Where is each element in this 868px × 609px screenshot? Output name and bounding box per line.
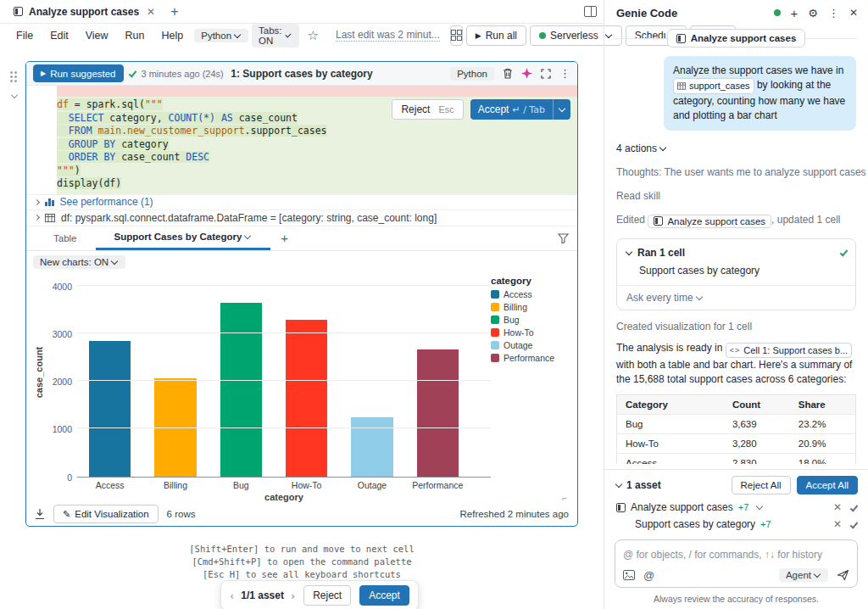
mention-icon[interactable]: @ [643, 569, 654, 582]
chat-input[interactable] [623, 549, 849, 561]
notebook-cell: 1: Support cases by category ▶Run sugges… [25, 61, 578, 527]
kebab-menu-icon[interactable]: ⋮ [828, 7, 839, 20]
code-line[interactable]: FROM main.new_customer_support.support_c… [57, 125, 577, 138]
reject-suggestion-button[interactable]: RejectEsc [392, 99, 463, 120]
accept-options-dropdown[interactable] [553, 99, 570, 120]
code-line[interactable]: """) [57, 165, 577, 178]
dataframe-result-row[interactable]: df: pyspark.sql.connect.dataframe.DataFr… [26, 210, 577, 226]
run-suggested-button[interactable]: ▶Run suggested [33, 64, 124, 82]
x-axis-title: category [77, 490, 491, 506]
tab-analyze-support-cases[interactable]: Analyze support cases ✕ [7, 0, 162, 23]
see-performance-row[interactable]: See performance (1) [26, 194, 577, 210]
close-panel-icon[interactable]: ✕ [849, 7, 858, 19]
download-icon[interactable] [35, 509, 45, 520]
menu-bar: File Edit View Run Help Python Tabs: ON … [0, 24, 604, 47]
legend-item-outage[interactable]: Outage [491, 339, 570, 352]
session-chip[interactable]: Analyze support cases [667, 29, 806, 47]
panel-toggle-icon[interactable] [584, 6, 597, 17]
cell-language-badge[interactable]: Python [450, 67, 494, 81]
reject-all-button[interactable]: Reject All [732, 476, 791, 494]
layout-grid-button[interactable] [450, 25, 463, 46]
prev-asset-button[interactable]: ‹ [230, 589, 234, 602]
bar-outage[interactable] [351, 417, 392, 476]
run-all-button[interactable]: ▶Run all [466, 25, 526, 46]
ask-every-time-dropdown[interactable]: Ask every time [617, 286, 855, 310]
reject-asset-icon[interactable]: ✕ [833, 501, 842, 513]
drag-handle-icon[interactable] [5, 71, 22, 82]
actions-toggle[interactable]: 4 actions [604, 142, 868, 154]
bar-band-how-to [274, 274, 339, 477]
read-skill-line[interactable]: Read skill [604, 190, 868, 202]
menu-view[interactable]: View [78, 27, 116, 44]
tabs-toggle[interactable]: Tabs: ON [252, 24, 299, 47]
edited-notebook-chip[interactable]: Analyze support cases [648, 215, 771, 228]
cell-reference-chip[interactable]: <>Cell 1: Support cases b... [726, 343, 852, 359]
tab-table[interactable]: Table [35, 226, 96, 250]
tab-support-cases-by-category[interactable]: Support Cases by Category [96, 226, 271, 250]
play-icon: ▶ [476, 31, 481, 40]
legend-item-billing[interactable]: Billing [491, 301, 570, 314]
chevron-down-icon [695, 293, 702, 299]
add-visualization-button[interactable]: + [270, 231, 298, 245]
menu-run[interactable]: Run [118, 27, 153, 44]
reject-asset-button[interactable]: Reject [303, 585, 351, 606]
thoughts-line[interactable]: Thoughts: The user wants me to analyze s… [604, 166, 868, 178]
bar-how-to[interactable] [286, 320, 327, 477]
legend-item-performance[interactable]: Performance [491, 352, 570, 365]
assistant-sparkle-icon[interactable] [521, 68, 532, 79]
menu-file[interactable]: File [8, 27, 41, 44]
y-tick-label: 2000 [53, 377, 72, 387]
accept-asset-button[interactable]: Accept [359, 585, 409, 606]
bar-performance[interactable] [417, 349, 459, 476]
genie-conversation: Analyze support cases Analyze the suppor… [604, 25, 868, 464]
code-editor[interactable]: df = spark.sql(""" SELECT category, COUN… [26, 86, 577, 194]
edit-visualization-button[interactable]: ✎Edit Visualization [53, 505, 159, 523]
tab-close-icon[interactable]: ✕ [147, 6, 155, 18]
trash-icon[interactable] [503, 68, 513, 79]
code-line[interactable]: GROUP BY category [57, 138, 577, 152]
asset-row[interactable]: Analyze support cases+7✕ [604, 499, 868, 516]
chevron-right-icon [34, 198, 40, 204]
code-line[interactable]: ORDER BY case_count DESC [57, 151, 577, 165]
summary-table-header: Count [724, 395, 790, 415]
accept-asset-icon[interactable] [850, 520, 859, 528]
new-chat-icon[interactable]: + [791, 6, 798, 20]
accept-suggestion-button[interactable]: Accept↵ / Tab [470, 99, 570, 120]
asset-row[interactable]: Support cases by category+7✕ [604, 516, 868, 533]
favorite-star-icon[interactable]: ☆ [301, 28, 326, 43]
accept-all-button[interactable]: Accept All [797, 476, 859, 494]
chevron-down-icon[interactable] [615, 481, 622, 488]
image-attach-icon[interactable] [623, 570, 635, 580]
x-axis-ticks: AccessBillingBugHow-ToOutagePerformance [77, 478, 470, 490]
menu-help[interactable]: Help [154, 27, 192, 44]
chevron-down-icon[interactable] [756, 503, 763, 510]
table-reference-chip[interactable]: support_cases [673, 78, 754, 94]
expand-icon[interactable] [541, 69, 551, 79]
result-footer: ✎Edit Visualization 6 rows Refreshed 2 m… [26, 503, 577, 526]
ran-cell-header[interactable]: Ran 1 cell [617, 239, 855, 260]
legend-item-access[interactable]: Access [491, 288, 570, 301]
gear-icon[interactable]: ⚙ [808, 7, 818, 20]
new-charts-toggle[interactable]: New charts: ON [33, 255, 125, 269]
menu-edit[interactable]: Edit [42, 27, 76, 44]
filter-funnel-icon[interactable] [558, 233, 569, 243]
play-icon: ▶ [41, 70, 46, 77]
new-tab-button[interactable]: + [162, 4, 186, 20]
next-asset-button[interactable]: › [291, 589, 295, 602]
reject-asset-icon[interactable]: ✕ [833, 518, 842, 530]
collapse-chevron-icon[interactable] [11, 92, 18, 98]
send-icon[interactable] [837, 569, 849, 581]
gridline [77, 332, 491, 333]
code-line[interactable]: display(df) [57, 177, 577, 191]
language-selector[interactable]: Python [194, 29, 248, 42]
bar-bug[interactable] [220, 303, 262, 477]
success-check-icon [840, 248, 849, 256]
bar-access[interactable] [89, 341, 131, 476]
agent-mode-dropdown[interactable]: Agent [779, 568, 828, 582]
kebab-menu-icon[interactable]: ⋮ [559, 67, 570, 80]
last-edit-status[interactable]: Last edit was 2 minut... [336, 29, 440, 42]
legend-item-how-to[interactable]: How-To [491, 327, 570, 339]
chart-area: New charts: ON case_count 01000200030004… [26, 251, 577, 503]
legend-item-bug[interactable]: Bug [491, 314, 570, 327]
accept-asset-icon[interactable] [850, 503, 859, 511]
